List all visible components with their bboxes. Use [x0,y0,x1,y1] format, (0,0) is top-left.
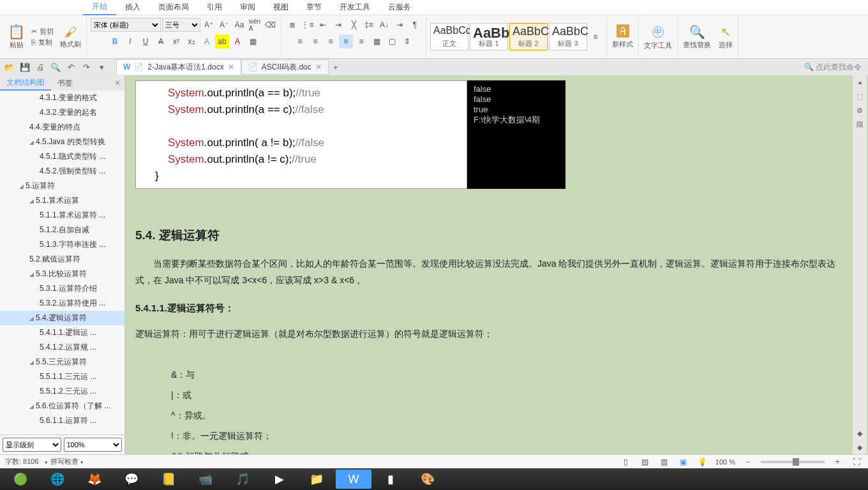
clear-format-button[interactable]: ⌫ [263,18,277,32]
taskbar-paint[interactable]: 🎨 [410,470,445,489]
view-read-button[interactable]: ▣ [677,457,690,467]
word-count[interactable]: 字数: 8106 [5,457,39,466]
font-color-button[interactable]: A [230,34,244,48]
format-brush-button[interactable]: 🖌 格式刷 [56,25,85,49]
taskbar-music[interactable]: 🎵 [225,470,260,489]
style-h3[interactable]: AaBbC标题 3 [549,23,587,50]
panel-style-button[interactable]: ⚙ [854,105,865,116]
sidebar-close-button[interactable]: ✕ [110,78,124,87]
zoom-slider[interactable] [761,461,825,463]
outline-level-select[interactable]: 显示级别 [3,438,61,452]
tree-item[interactable]: 5.1.2.自加自减 [0,223,124,237]
tree-item[interactable]: ◢4.5.Java 的类型转换 [0,135,124,149]
tree-item[interactable]: 5.1.3.字符串连接 ... [0,237,124,252]
panel-limit-button[interactable]: 限 [854,119,865,130]
sidebar-tab-outline[interactable]: 文档结构图 [0,75,51,91]
tab-review[interactable]: 审阅 [231,0,264,15]
tree-item[interactable]: 5.4.1.1.逻辑运 ... [0,325,124,340]
style-normal[interactable]: AaBbCcDd正文 [430,23,468,50]
shading-button[interactable]: ▦ [370,34,384,48]
text-effect-button[interactable]: A [200,34,214,48]
italic-button[interactable]: I [123,34,137,48]
new-tab-button[interactable]: + [329,60,343,74]
tab-cloud[interactable]: 云服务 [379,0,420,15]
spell-check-status[interactable]: ▪ 拼写检查 ▪ [45,457,84,466]
tab-start[interactable]: 开始 [83,0,116,15]
tab-view[interactable]: 视图 [264,0,297,15]
style-h1[interactable]: AaBb标题 1 [470,23,508,50]
bullets-button[interactable]: ≣ [285,18,299,32]
doc-tab-1[interactable]: W 📄 2-Java基本语法1.docx ✕ [116,59,241,75]
increase-font-button[interactable]: A⁺ [202,18,216,32]
align-justify-button[interactable]: ≡ [339,34,353,48]
text-direction-button[interactable]: ╳ [347,18,361,32]
undo-button[interactable]: ↶ [64,60,78,74]
tree-item[interactable]: 4.3.2.变量的起名 [0,105,124,120]
doc-tab-1-close[interactable]: ✕ [228,63,234,71]
tree-item[interactable]: 5.3.2.运算符使用 ... [0,296,124,311]
tree-item[interactable]: ◢5.6.位运算符（了解 ... [0,399,124,413]
tree-item[interactable]: 5.5.1.1.三元运 ... [0,369,124,384]
eye-protect-button[interactable]: 💡 [696,457,709,467]
line-spacing-button[interactable]: ‡≡ [362,18,376,32]
decrease-indent-button[interactable]: ⇤ [316,18,330,32]
align-distribute-button[interactable]: ≡ [354,34,368,48]
paste-button[interactable]: 📋 粘贴 [4,24,29,50]
tree-item[interactable]: 5.3.1.运算符介绍 [0,281,124,296]
superscript-button[interactable]: x² [169,34,183,48]
view-page-button[interactable]: ▯ [620,457,632,467]
redo-button[interactable]: ↷ [79,60,93,74]
decrease-font-button[interactable]: A⁻ [217,18,231,32]
bold-button[interactable]: B [108,34,122,48]
tree-item[interactable]: 5.2.赋值运算符 [0,252,124,267]
save-button[interactable]: 💾 [18,60,32,74]
align-right-button[interactable]: ≡ [324,34,338,48]
tab-devtools[interactable]: 开发工具 [331,0,379,15]
tab-chapter[interactable]: 章节 [297,0,331,15]
tab-insert[interactable]: 插入 [116,0,149,15]
taskbar-wps[interactable]: W [336,470,371,489]
numbering-button[interactable]: ⋮≡ [301,18,315,32]
select-button[interactable]: ↖选择 [715,24,737,50]
cut-button[interactable]: ✂剪切 [31,27,54,36]
tree-item[interactable]: ◢5.1.算术运算 [0,193,124,208]
taskbar-camera[interactable]: 📹 [188,470,223,489]
tab-layout[interactable]: 页面布局 [149,0,198,15]
taskbar-terminal[interactable]: ▮ [373,470,408,489]
text-tool-button[interactable]: ㊥文字工具 [640,23,676,50]
border-button[interactable]: ▢ [385,34,399,48]
panel-nav-down[interactable]: ◆ [854,442,865,453]
align-left-button[interactable]: ≡ [293,34,307,48]
change-case-button[interactable]: Aa [232,18,246,32]
char-border-button[interactable]: ▦ [246,34,260,48]
tree-item[interactable]: ◢5.3.比较运算符 [0,267,124,281]
strike-button[interactable]: A̶ [154,34,168,48]
tree-item[interactable]: ◢5.5.三元运算符 [0,355,124,369]
zoom-out-button[interactable]: − [742,457,754,467]
copy-button[interactable]: ⎘复制 [31,38,54,47]
print-preview-button[interactable]: 🔍 [49,60,63,74]
tree-item[interactable]: 5.5.1.2.三元运 ... [0,384,124,399]
command-search[interactable]: 🔍 点此查找命令 [804,62,865,73]
taskbar-chrome[interactable]: 🌐 [40,470,75,489]
tree-item[interactable]: 4.3.1.变量的格式 [0,91,124,105]
font-select[interactable]: 宋体 (标题) [91,18,161,32]
taskbar-firefox[interactable]: 🦊 [77,470,112,489]
zoom-value[interactable]: 100 % [715,458,735,466]
view-web-button[interactable]: ▥ [658,457,671,467]
tree-item[interactable]: 5.1.1.算术运算符 ... [0,208,124,223]
zoom-in-button[interactable]: + [831,457,844,467]
tree-item[interactable]: ◢5.运算符 [0,179,124,193]
tab-button[interactable]: ⇥ [393,18,407,32]
highlight-button[interactable]: ab [215,34,229,48]
taskbar-player[interactable]: ▶ [262,470,297,489]
tree-item[interactable]: 4.4.变量的特点 [0,120,124,135]
panel-select-button[interactable]: ⬚ [854,91,865,102]
align-center-button[interactable]: ≡ [308,34,322,48]
tree-item[interactable]: 5.6.1.1.运算符 ... [0,413,124,428]
font-size-select[interactable]: 三号 [162,18,200,32]
taskbar-notes[interactable]: 📒 [151,470,186,489]
tab-reference[interactable]: 引用 [198,0,231,15]
tree-item[interactable]: ◢5.4.逻辑运算符 [0,311,124,325]
style-h2[interactable]: AaBbC标题 2 [509,23,548,50]
